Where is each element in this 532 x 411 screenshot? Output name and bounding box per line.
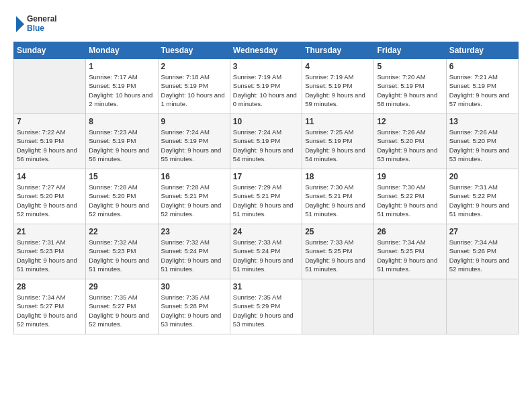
calendar-cell: 9Sunrise: 7:24 AMSunset: 5:19 PMDaylight… xyxy=(158,114,230,169)
calendar-cell: 14Sunrise: 7:27 AMSunset: 5:20 PMDayligh… xyxy=(14,169,86,224)
calendar-cell: 20Sunrise: 7:31 AMSunset: 5:22 PMDayligh… xyxy=(446,169,518,224)
calendar-cell: 3Sunrise: 7:19 AMSunset: 5:19 PMDaylight… xyxy=(230,59,302,114)
calendar-cell: 21Sunrise: 7:31 AMSunset: 5:23 PMDayligh… xyxy=(14,224,86,279)
calendar-cell: 17Sunrise: 7:29 AMSunset: 5:21 PMDayligh… xyxy=(230,169,302,224)
calendar-cell xyxy=(446,279,518,334)
calendar-cell: 8Sunrise: 7:23 AMSunset: 5:19 PMDaylight… xyxy=(86,114,158,169)
cell-details: Sunrise: 7:32 AMSunset: 5:24 PMDaylight:… xyxy=(161,238,227,273)
day-header-thursday: Thursday xyxy=(302,42,374,59)
day-header-wednesday: Wednesday xyxy=(230,42,302,59)
calendar-cell: 29Sunrise: 7:35 AMSunset: 5:27 PMDayligh… xyxy=(86,279,158,334)
day-number: 7 xyxy=(17,117,83,126)
day-number: 16 xyxy=(161,172,227,181)
week-row-4: 21Sunrise: 7:31 AMSunset: 5:23 PMDayligh… xyxy=(14,224,519,279)
day-number: 31 xyxy=(233,282,299,291)
cell-details: Sunrise: 7:34 AMSunset: 5:25 PMDaylight:… xyxy=(377,238,443,273)
calendar-cell: 24Sunrise: 7:33 AMSunset: 5:24 PMDayligh… xyxy=(230,224,302,279)
day-number: 27 xyxy=(449,227,515,236)
day-number: 22 xyxy=(89,227,154,236)
cell-details: Sunrise: 7:28 AMSunset: 5:20 PMDaylight:… xyxy=(89,183,154,218)
cell-details: Sunrise: 7:23 AMSunset: 5:19 PMDaylight:… xyxy=(89,128,154,163)
calendar-cell xyxy=(374,279,446,334)
day-header-friday: Friday xyxy=(374,42,446,59)
calendar-cell: 13Sunrise: 7:26 AMSunset: 5:20 PMDayligh… xyxy=(446,114,518,169)
day-number: 11 xyxy=(305,117,371,126)
cell-details: Sunrise: 7:33 AMSunset: 5:25 PMDaylight:… xyxy=(305,238,371,273)
header-row: SundayMondayTuesdayWednesdayThursdayFrid… xyxy=(14,42,519,59)
day-number: 28 xyxy=(17,282,83,291)
calendar-cell: 19Sunrise: 7:30 AMSunset: 5:22 PMDayligh… xyxy=(374,169,446,224)
calendar-cell: 31Sunrise: 7:35 AMSunset: 5:29 PMDayligh… xyxy=(230,279,302,334)
cell-details: Sunrise: 7:34 AMSunset: 5:26 PMDaylight:… xyxy=(449,238,515,273)
day-number: 26 xyxy=(377,227,443,236)
day-number: 18 xyxy=(305,172,371,181)
day-header-monday: Monday xyxy=(86,42,158,59)
calendar-cell: 6Sunrise: 7:21 AMSunset: 5:19 PMDaylight… xyxy=(446,59,518,114)
svg-text:Blue: Blue xyxy=(27,24,44,33)
day-number: 24 xyxy=(233,227,299,236)
day-number: 9 xyxy=(161,117,227,126)
cell-details: Sunrise: 7:27 AMSunset: 5:20 PMDaylight:… xyxy=(17,183,83,218)
calendar-cell: 30Sunrise: 7:35 AMSunset: 5:28 PMDayligh… xyxy=(158,279,230,334)
cell-details: Sunrise: 7:24 AMSunset: 5:19 PMDaylight:… xyxy=(233,128,299,163)
day-number: 20 xyxy=(449,172,515,181)
cell-details: Sunrise: 7:26 AMSunset: 5:20 PMDaylight:… xyxy=(449,128,515,163)
cell-details: Sunrise: 7:28 AMSunset: 5:21 PMDaylight:… xyxy=(161,183,227,218)
day-header-saturday: Saturday xyxy=(446,42,518,59)
calendar-cell: 2Sunrise: 7:18 AMSunset: 5:19 PMDaylight… xyxy=(158,59,230,114)
day-number: 2 xyxy=(161,62,227,71)
calendar-cell: 1Sunrise: 7:17 AMSunset: 5:19 PMDaylight… xyxy=(86,59,158,114)
day-number: 1 xyxy=(89,62,154,71)
day-number: 10 xyxy=(233,117,299,126)
day-number: 12 xyxy=(377,117,443,126)
day-number: 8 xyxy=(89,117,154,126)
calendar-cell xyxy=(14,59,86,114)
logo-svg: General Blue xyxy=(13,11,67,38)
week-row-5: 28Sunrise: 7:34 AMSunset: 5:27 PMDayligh… xyxy=(14,279,519,334)
day-number: 25 xyxy=(305,227,371,236)
day-number: 15 xyxy=(89,172,154,181)
day-number: 17 xyxy=(233,172,299,181)
calendar-cell: 23Sunrise: 7:32 AMSunset: 5:24 PMDayligh… xyxy=(158,224,230,279)
cell-details: Sunrise: 7:20 AMSunset: 5:19 PMDaylight:… xyxy=(377,73,443,108)
header: General Blue xyxy=(13,11,519,38)
calendar-cell: 10Sunrise: 7:24 AMSunset: 5:19 PMDayligh… xyxy=(230,114,302,169)
day-header-sunday: Sunday xyxy=(14,42,86,59)
cell-details: Sunrise: 7:35 AMSunset: 5:28 PMDaylight:… xyxy=(161,293,227,328)
calendar-cell: 18Sunrise: 7:30 AMSunset: 5:21 PMDayligh… xyxy=(302,169,374,224)
cell-details: Sunrise: 7:33 AMSunset: 5:24 PMDaylight:… xyxy=(233,238,299,273)
cell-details: Sunrise: 7:30 AMSunset: 5:22 PMDaylight:… xyxy=(377,183,443,218)
page: General Blue SundayMondayTuesdayWednesda… xyxy=(0,0,532,411)
logo: General Blue xyxy=(13,11,67,38)
cell-details: Sunrise: 7:17 AMSunset: 5:19 PMDaylight:… xyxy=(89,73,154,108)
calendar-cell: 11Sunrise: 7:25 AMSunset: 5:19 PMDayligh… xyxy=(302,114,374,169)
week-row-3: 14Sunrise: 7:27 AMSunset: 5:20 PMDayligh… xyxy=(14,169,519,224)
cell-details: Sunrise: 7:24 AMSunset: 5:19 PMDaylight:… xyxy=(161,128,227,163)
calendar-table: SundayMondayTuesdayWednesdayThursdayFrid… xyxy=(13,42,519,334)
cell-details: Sunrise: 7:21 AMSunset: 5:19 PMDaylight:… xyxy=(449,73,515,108)
day-number: 19 xyxy=(377,172,443,181)
calendar-cell: 28Sunrise: 7:34 AMSunset: 5:27 PMDayligh… xyxy=(14,279,86,334)
calendar-cell: 26Sunrise: 7:34 AMSunset: 5:25 PMDayligh… xyxy=(374,224,446,279)
week-row-1: 1Sunrise: 7:17 AMSunset: 5:19 PMDaylight… xyxy=(14,59,519,114)
day-number: 29 xyxy=(89,282,154,291)
cell-details: Sunrise: 7:31 AMSunset: 5:22 PMDaylight:… xyxy=(449,183,515,218)
cell-details: Sunrise: 7:29 AMSunset: 5:21 PMDaylight:… xyxy=(233,183,299,218)
cell-details: Sunrise: 7:19 AMSunset: 5:19 PMDaylight:… xyxy=(233,73,299,108)
calendar-cell: 7Sunrise: 7:22 AMSunset: 5:19 PMDaylight… xyxy=(14,114,86,169)
cell-details: Sunrise: 7:26 AMSunset: 5:20 PMDaylight:… xyxy=(377,128,443,163)
cell-details: Sunrise: 7:30 AMSunset: 5:21 PMDaylight:… xyxy=(305,183,371,218)
calendar-cell: 15Sunrise: 7:28 AMSunset: 5:20 PMDayligh… xyxy=(86,169,158,224)
day-number: 6 xyxy=(449,62,515,71)
day-number: 30 xyxy=(161,282,227,291)
cell-details: Sunrise: 7:35 AMSunset: 5:29 PMDaylight:… xyxy=(233,293,299,328)
calendar-cell: 27Sunrise: 7:34 AMSunset: 5:26 PMDayligh… xyxy=(446,224,518,279)
cell-details: Sunrise: 7:19 AMSunset: 5:19 PMDaylight:… xyxy=(305,73,371,108)
cell-details: Sunrise: 7:22 AMSunset: 5:19 PMDaylight:… xyxy=(17,128,83,163)
cell-details: Sunrise: 7:18 AMSunset: 5:19 PMDaylight:… xyxy=(161,73,227,108)
calendar-cell: 4Sunrise: 7:19 AMSunset: 5:19 PMDaylight… xyxy=(302,59,374,114)
calendar-cell: 22Sunrise: 7:32 AMSunset: 5:23 PMDayligh… xyxy=(86,224,158,279)
cell-details: Sunrise: 7:32 AMSunset: 5:23 PMDaylight:… xyxy=(89,238,154,273)
cell-details: Sunrise: 7:34 AMSunset: 5:27 PMDaylight:… xyxy=(17,293,83,328)
calendar-cell: 16Sunrise: 7:28 AMSunset: 5:21 PMDayligh… xyxy=(158,169,230,224)
